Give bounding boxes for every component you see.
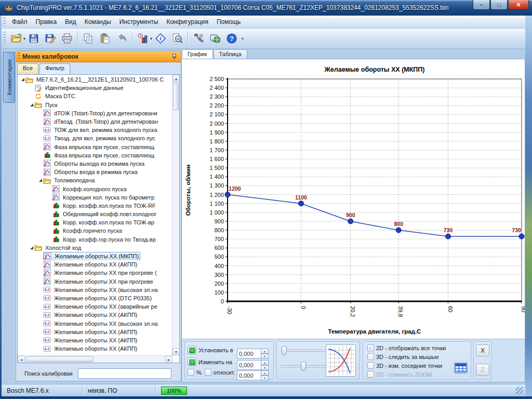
relative-checkbox[interactable] — [205, 369, 211, 376]
set-up-icon[interactable]: ▲ — [261, 349, 269, 354]
tree-item[interactable]: Корр. коэфф.хол.пуска по ТОЖ-RF — [18, 202, 172, 210]
comments-vertical-tab[interactable]: Комментарии — [3, 52, 15, 103]
tools-icon[interactable] — [191, 31, 206, 46]
vertical-scroll-thumb[interactable] — [173, 83, 179, 110]
tree-item[interactable]: Коэфф.холодного пуска — [18, 184, 172, 193]
open-file-dropdown-icon[interactable]: ▾ — [23, 36, 25, 41]
zoom-preview-icon[interactable]: 110 — [169, 31, 185, 46]
tree-item[interactable]: dТОЖ (Tstart-Tstop) для детектировани — [18, 109, 172, 117]
chart-point[interactable] — [225, 192, 230, 197]
expand-arrow-icon[interactable] — [37, 179, 43, 182]
tree-item[interactable]: 1.2Желаемые обороты ХХ (аварийные ре — [18, 302, 172, 311]
tree-folder[interactable]: ME7.6.2_6_16.21__3212E1_31120501_100706 … — [18, 75, 172, 84]
save-icon[interactable] — [26, 31, 42, 46]
tab-table[interactable]: Таблица — [214, 49, 247, 59]
tree-item[interactable]: Коэфф.горячего пуска — [18, 227, 172, 235]
tree-item[interactable]: 1.2Желаемые обороты ХХ (высокая эл.на — [18, 286, 172, 294]
chart-point[interactable] — [299, 201, 304, 206]
chart-point[interactable] — [519, 234, 524, 239]
relative-value-input[interactable] — [237, 370, 261, 380]
undo-icon[interactable] — [114, 31, 129, 46]
tree-item[interactable]: 1.2Твозд. для вкл. режима холодного пус — [18, 134, 172, 142]
toolbar-overflow-icon[interactable]: ▾ — [240, 31, 245, 46]
save-as-icon[interactable] — [43, 31, 58, 46]
tree-item-selected[interactable]: Желаемые обороты ХХ (МКПП) — [18, 252, 172, 260]
tab-all[interactable]: Все — [17, 63, 38, 74]
tree-item[interactable]: Маска DTC — [18, 92, 172, 100]
tree-item[interactable]: 1.2ТОЖ для вкл. режима холодного пуска — [18, 126, 172, 134]
z-button[interactable]: Z — [476, 364, 489, 376]
y-slider-thumb[interactable] — [301, 362, 306, 371]
minimize-button[interactable]: – — [473, 0, 490, 10]
tree-item[interactable]: Фаза впрыска при пуске, составляющ — [18, 143, 172, 151]
print-icon[interactable] — [59, 31, 75, 46]
tree-item[interactable]: Фаза впрыска при пуске, составляющ — [18, 151, 172, 159]
scroll-down-icon[interactable]: ▼ — [172, 348, 180, 355]
expand-arrow-icon[interactable] — [20, 78, 25, 81]
x-slider[interactable] — [281, 346, 329, 355]
scroll-right-icon[interactable]: ► — [165, 356, 172, 363]
tree-item[interactable]: 1.2Желаемые обороты ХХ (АКПП) — [18, 328, 172, 336]
maximize-button[interactable]: □ — [490, 0, 508, 10]
apply-change-button[interactable]: → — [188, 357, 196, 366]
tree-folder[interactable]: Холостой ход — [18, 244, 172, 252]
tree-vertical-scrollbar[interactable]: ▲ ▼ — [172, 75, 179, 355]
paste-icon[interactable] — [97, 31, 113, 46]
chart-point[interactable] — [396, 228, 401, 233]
x-button[interactable]: X — [476, 344, 489, 356]
apply-set-button[interactable]: → — [188, 345, 196, 354]
tree-item[interactable]: 1.2Желаемые обороты ХХ (АКПП) — [18, 336, 172, 344]
option-checkbox[interactable]: ✓ — [367, 344, 374, 351]
expand-arrow-icon[interactable] — [29, 103, 34, 107]
option-checkbox[interactable] — [367, 353, 374, 360]
menu-item-0[interactable]: Файл — [8, 17, 32, 27]
tree-item[interactable]: Коррекция хол. пуска по барометр — [18, 193, 172, 202]
tab-graph[interactable]: График — [182, 49, 213, 60]
tree-item[interactable]: Желаемые обороты ХХ при прогреве ( — [18, 269, 172, 277]
chart-point[interactable] — [446, 234, 451, 239]
tree-item[interactable]: Корр. коэфф.гор.пуска по Твозд-вр — [18, 235, 172, 244]
menu-item-1[interactable]: Правка — [32, 17, 61, 27]
menu-item-6[interactable]: Помощь — [212, 17, 245, 27]
tree-item[interactable]: Обедняющий коэфф.повт.холодног — [18, 210, 172, 218]
tree-item[interactable]: 1.2Желаемые обороты ХХ (АКПП) — [18, 311, 172, 319]
y-slider[interactable] — [281, 362, 329, 371]
tree-item[interactable]: dТвозд. (Tstart-Tstop) для детектирован — [18, 117, 172, 126]
tree-item[interactable]: Желаемые обороты ХХ (АКПП) — [18, 260, 172, 269]
horizontal-scroll-thumb[interactable] — [26, 356, 94, 362]
scroll-left-icon[interactable]: ◄ — [18, 356, 25, 363]
tree-horizontal-scrollbar[interactable]: ◄ ► — [18, 355, 172, 363]
menu-item-5[interactable]: Конфигурация — [162, 17, 212, 27]
grid-table-icon[interactable] — [454, 362, 468, 374]
relative-down-icon[interactable]: ▼ — [261, 376, 269, 381]
pin-icon[interactable] — [170, 53, 178, 60]
scroll-up-icon[interactable]: ▲ — [172, 75, 180, 82]
menu-item-4[interactable]: Инструменты — [115, 17, 163, 27]
chart[interactable]: 01002003004005006007008009001 0001 1001 … — [182, 59, 525, 339]
menu-item-3[interactable]: Команды — [81, 17, 115, 27]
chart-view-icon[interactable] — [135, 31, 151, 46]
x-slider-thumb[interactable] — [282, 346, 287, 355]
expand-arrow-icon[interactable] — [29, 246, 34, 249]
copy-icon[interactable] — [81, 31, 96, 46]
open-file-icon[interactable] — [8, 31, 24, 46]
tree-item[interactable]: Корр. коэфф.хол.пуска по ТОЖ-вр — [18, 218, 172, 227]
relative-up-icon[interactable]: ▲ — [261, 370, 269, 376]
tree-item[interactable]: Обороты входа в режима пуска — [18, 168, 172, 176]
tree-item[interactable]: 1.2Желаемые обороты ХХ (высокая эл.на — [18, 319, 172, 327]
tree-item[interactable]: Обороты выхода из режима пуска — [18, 159, 172, 168]
tree-item[interactable]: Желаемые обороты ХХ при прогреве — [18, 277, 172, 286]
option-checkbox[interactable] — [367, 362, 374, 369]
close-button[interactable]: ✕ — [508, 0, 529, 10]
chart-view-dropdown-icon[interactable]: ▾ — [150, 36, 152, 41]
tree-folder[interactable]: Топливоподача — [18, 176, 172, 184]
tree-folder[interactable]: Пуск — [18, 101, 172, 109]
internet-icon[interactable] — [207, 31, 223, 46]
tab-filter[interactable]: Фильтр — [39, 63, 70, 74]
tree-item[interactable]: 1.2Желаемые обороты ХХ (DTC P0335) — [18, 294, 172, 302]
tree-item[interactable]: Идентификационные данные — [18, 84, 172, 92]
change-up-icon[interactable]: ▲ — [261, 360, 269, 365]
option-checkbox[interactable] — [367, 371, 374, 378]
tree-item[interactable]: 1.2Желаемые обороты ХХ (АКПП) — [18, 344, 172, 353]
curve-preview-button[interactable] — [326, 344, 356, 377]
